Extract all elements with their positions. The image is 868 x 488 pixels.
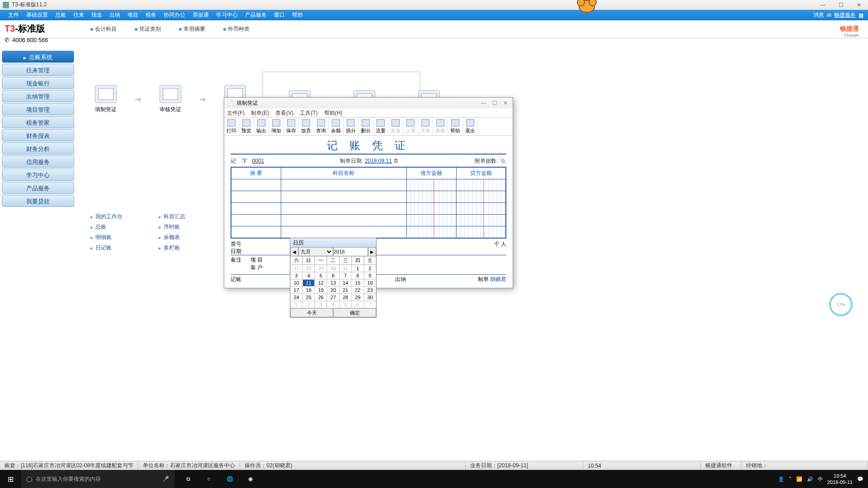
link-序时账[interactable]: 序时账 bbox=[159, 222, 185, 232]
vcell[interactable] bbox=[231, 226, 281, 238]
taskbar-clock[interactable]: 10:54 2018-09-11 bbox=[827, 473, 853, 485]
cal-day-27[interactable]: 27 bbox=[327, 294, 339, 301]
voucher-attach-icon[interactable]: 📎 bbox=[500, 158, 506, 164]
cal-day-12[interactable]: 12 bbox=[315, 279, 327, 286]
voucher-number[interactable]: 0001 bbox=[252, 158, 264, 164]
tbtn-流量[interactable]: 流量 bbox=[373, 118, 388, 135]
vcell[interactable] bbox=[406, 215, 456, 226]
vcell[interactable] bbox=[231, 179, 281, 191]
tbtn-删分[interactable]: 删分 bbox=[359, 118, 373, 135]
tray-volume-icon[interactable]: 🔊 bbox=[807, 476, 813, 482]
chrome-icon[interactable]: ◉ bbox=[241, 470, 260, 488]
flow-填制凭证[interactable]: 填制凭证 bbox=[95, 85, 117, 113]
tbtn-打印[interactable]: 打印 bbox=[224, 118, 239, 135]
cal-day-11[interactable]: 11 bbox=[302, 279, 315, 286]
cal-day-7[interactable]: 7 bbox=[340, 272, 352, 279]
edge-icon[interactable]: e bbox=[199, 470, 219, 488]
vcell[interactable] bbox=[456, 203, 506, 215]
tbtn-查询[interactable]: 查询 bbox=[314, 118, 329, 135]
float-widget[interactable]: 17% bbox=[829, 293, 853, 316]
vcell[interactable] bbox=[456, 215, 506, 226]
vcell[interactable] bbox=[231, 191, 281, 203]
dialog-titlebar[interactable]: 📄 填制凭证 — ☐ ✕ bbox=[224, 98, 513, 108]
vcell[interactable] bbox=[231, 215, 281, 226]
sidebar-我要贷款[interactable]: 我要贷款 bbox=[2, 195, 74, 207]
cal-day-13[interactable]: 13 bbox=[327, 279, 339, 286]
vcell[interactable] bbox=[281, 203, 406, 215]
cal-day-31[interactable]: 31 bbox=[340, 265, 352, 272]
vcell[interactable] bbox=[456, 179, 506, 191]
link-我的工作台[interactable]: 我的工作台 bbox=[90, 211, 123, 222]
menu-税务[interactable]: 税务 bbox=[142, 11, 160, 19]
subtoolbar-常用摘要[interactable]: 常用摘要 bbox=[179, 25, 205, 33]
vcell[interactable] bbox=[281, 191, 406, 203]
tray-notifications-icon[interactable]: 💬 bbox=[857, 476, 863, 482]
sidebar-税务管家[interactable]: 税务管家 bbox=[2, 116, 74, 128]
cal-day-30[interactable]: 30 bbox=[327, 265, 339, 272]
start-button[interactable]: ⊞ bbox=[0, 470, 21, 488]
tbtn-插分[interactable]: 插分 bbox=[344, 118, 359, 135]
vcell[interactable] bbox=[406, 191, 456, 203]
task-view-icon[interactable]: ⧉ bbox=[178, 470, 198, 488]
sidebar-现金银行[interactable]: 现金银行 bbox=[2, 77, 74, 89]
cal-day-9[interactable]: 9 bbox=[364, 272, 376, 279]
messages-link[interactable]: 消息 bbox=[813, 11, 824, 19]
minimize-button[interactable]: — bbox=[814, 2, 832, 8]
app-taskbar-icon[interactable]: 🌐 bbox=[220, 470, 240, 488]
sidebar-信用服务[interactable]: 信用服务 bbox=[2, 155, 74, 168]
dlg-menu-工具(T)[interactable]: 工具(T) bbox=[300, 109, 317, 117]
cal-day-15[interactable]: 15 bbox=[352, 279, 364, 286]
mic-icon[interactable]: 🎤 bbox=[162, 476, 169, 482]
cal-today-button[interactable]: 今天 bbox=[290, 308, 333, 317]
tray-people-icon[interactable]: 👤 bbox=[778, 476, 784, 482]
sidebar-学习中心[interactable]: 学习中心 bbox=[2, 169, 74, 181]
cal-day-26[interactable]: 26 bbox=[315, 294, 327, 301]
menu-总账[interactable]: 总账 bbox=[52, 11, 70, 19]
dlg-menu-查看(V)[interactable]: 查看(V) bbox=[275, 109, 293, 117]
voucher-date-picker[interactable]: 2018.09.11 bbox=[365, 158, 392, 164]
tbtn-帮助[interactable]: 帮助 bbox=[448, 118, 463, 135]
tbtn-放弃[interactable]: 放弃 bbox=[299, 118, 314, 135]
cal-day-25[interactable]: 25 bbox=[302, 294, 315, 301]
menu-出纳[interactable]: 出纳 bbox=[106, 11, 124, 19]
cal-next-month[interactable]: ▶ bbox=[368, 247, 376, 256]
cal-day-3[interactable]: 3 bbox=[315, 301, 327, 308]
menu-票据通[interactable]: 票据通 bbox=[189, 11, 212, 19]
subtoolbar-凭证类别[interactable]: 凭证类别 bbox=[135, 25, 161, 33]
dialog-maximize[interactable]: ☐ bbox=[490, 100, 499, 106]
service-link[interactable]: 畅捷服务 bbox=[834, 11, 856, 19]
link-余额表[interactable]: 余额表 bbox=[159, 232, 185, 243]
flow-审核凭证[interactable]: 审核凭证 bbox=[160, 85, 181, 113]
cal-day-2[interactable]: 2 bbox=[364, 265, 376, 272]
cal-day-6[interactable]: 6 bbox=[327, 272, 339, 279]
search-box[interactable]: ◯ 在这里输入你要搜索的内容 🎤 bbox=[21, 470, 175, 488]
tbtn-退出[interactable]: 退出 bbox=[463, 118, 478, 135]
sidebar-总账系统[interactable]: 总账系统 bbox=[2, 51, 74, 63]
cal-day-5[interactable]: 5 bbox=[315, 272, 327, 279]
sidebar-产品服务[interactable]: 产品服务 bbox=[2, 182, 74, 194]
cal-day-21[interactable]: 21 bbox=[340, 286, 352, 294]
cal-day-1[interactable]: 1 bbox=[352, 265, 364, 272]
cal-day-16[interactable]: 16 bbox=[364, 279, 376, 286]
menu-项目[interactable]: 项目 bbox=[124, 11, 142, 19]
maximize-button[interactable]: ☐ bbox=[832, 2, 850, 8]
dialog-close[interactable]: ✕ bbox=[501, 100, 510, 106]
vcell[interactable] bbox=[281, 179, 406, 191]
vcell[interactable] bbox=[406, 179, 456, 191]
cal-day-20[interactable]: 20 bbox=[327, 286, 339, 294]
menu-文件[interactable]: 文件 bbox=[5, 11, 23, 19]
close-button[interactable]: ✕ bbox=[850, 2, 868, 8]
cal-day-7[interactable]: 7 bbox=[364, 301, 376, 308]
cal-day-28[interactable]: 28 bbox=[340, 294, 352, 301]
link-明细账[interactable]: 明细账 bbox=[90, 232, 123, 243]
tbtn-保存[interactable]: 保存 bbox=[284, 118, 299, 135]
subtoolbar-会计科目[interactable]: 会计科目 bbox=[90, 25, 117, 33]
cal-day-4[interactable]: 4 bbox=[302, 272, 315, 279]
menu-产品服务[interactable]: 产品服务 bbox=[241, 11, 270, 19]
cal-day-22[interactable]: 22 bbox=[352, 286, 364, 294]
vcell[interactable] bbox=[281, 226, 406, 238]
sidebar-往来管理[interactable]: 往来管理 bbox=[2, 64, 74, 76]
dlg-menu-制单(E)[interactable]: 制单(E) bbox=[251, 109, 269, 117]
menu-基础设置[interactable]: 基础设置 bbox=[23, 11, 52, 19]
menu-窗口[interactable]: 窗口 bbox=[270, 11, 288, 19]
